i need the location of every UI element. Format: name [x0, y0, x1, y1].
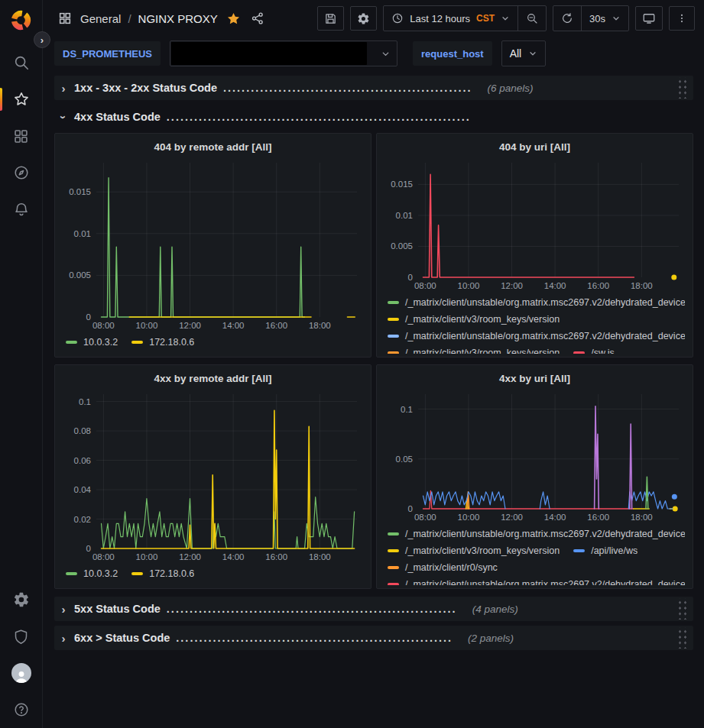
page-title: NGINX PROXY — [138, 12, 218, 25]
legend-item[interactable]: /api/live/ws — [573, 542, 637, 559]
legend-item[interactable]: 172.18.0.6 — [131, 334, 194, 351]
chevron-right-icon: › — [59, 632, 68, 645]
legend-swatch — [388, 335, 399, 338]
avatar — [11, 663, 31, 683]
svg-text:0.015: 0.015 — [391, 180, 413, 189]
row-5xx[interactable]: › 5xx Status Code ......................… — [54, 597, 693, 621]
top-nav: General / NGINX PROXY — [43, 0, 704, 37]
user-avatar[interactable] — [8, 659, 35, 687]
legend-label: 10.0.3.2 — [83, 568, 118, 579]
panel-title[interactable]: 4xx by uri [All] — [499, 373, 570, 384]
legend-item[interactable]: /_matrix/client/unstable/org.matrix.msc2… — [388, 526, 685, 542]
panel: 404 by remote addr [All]00.0050.010.0150… — [54, 133, 371, 358]
legend-label: /_matrix/client/unstable/org.matrix.msc2… — [405, 331, 685, 341]
panel-title[interactable]: 4xx by remote addr [All] — [154, 373, 272, 384]
chart[interactable]: 00.0050.010.01508:0010:0012:0014:0016:00… — [63, 157, 363, 332]
svg-text:0.01: 0.01 — [74, 229, 91, 238]
refresh-interval-picker[interactable]: 30s — [581, 6, 628, 31]
row-4xx[interactable]: › 4xx Status Code ......................… — [54, 105, 693, 129]
row-panel-count: (6 panels) — [488, 83, 534, 94]
share-icon[interactable] — [249, 10, 266, 27]
refresh-button[interactable] — [553, 6, 581, 31]
legend-item[interactable]: 10.0.3.2 — [66, 565, 118, 582]
legend-item[interactable]: /_matrix/client/unstable/org.matrix.msc2… — [388, 328, 685, 345]
sidebar-expand-button[interactable]: › — [34, 31, 50, 48]
search-icon[interactable] — [8, 49, 35, 76]
legend-item[interactable]: /_matrix/client/unstable/org.matrix.msc2… — [388, 294, 685, 311]
dashboard-settings-button[interactable] — [350, 6, 377, 31]
svg-text:0.01: 0.01 — [396, 211, 413, 220]
panel-legend: 10.0.3.2172.18.0.6 — [63, 332, 363, 351]
legend-item[interactable]: 172.18.0.6 — [131, 565, 194, 582]
variable-select-request-host[interactable]: All — [501, 40, 547, 66]
legend-swatch — [131, 341, 143, 344]
legend-item[interactable]: /sw.js — [573, 345, 615, 354]
row-1xx-2xx-3xx[interactable]: › 1xx - 3xx - 2xx Status Code ..........… — [54, 76, 693, 100]
row-drag-handle[interactable] — [676, 77, 687, 99]
legend-item[interactable]: /_matrix/client/v3/room_keys/version — [388, 345, 560, 354]
row-6xx[interactable]: › 6xx > Status Code ....................… — [54, 626, 693, 650]
legend-item[interactable]: /_matrix/client/v3/room_keys/version — [388, 542, 560, 559]
legend-swatch — [573, 549, 585, 552]
legend-swatch — [388, 351, 399, 354]
row-title: 1xx - 3xx - 2xx Status Code — [74, 82, 217, 94]
legend-label: /_matrix/client/unstable/org.matrix.msc2… — [405, 529, 685, 539]
panel-title[interactable]: 404 by remote addr [All] — [154, 141, 272, 153]
variables-bar: DS_PROMETHEUS request_host All — [43, 37, 704, 74]
legend-swatch — [131, 572, 143, 575]
panel-grid: 404 by remote addr [All]00.0050.010.0150… — [54, 133, 693, 589]
legend-label: /_matrix/client/v3/room_keys/version — [405, 314, 560, 325]
panel-header[interactable]: 4xx by uri [All] — [384, 368, 685, 388]
svg-text:0.04: 0.04 — [74, 485, 92, 494]
magnifier-minus-icon — [526, 12, 538, 24]
help-icon[interactable] — [8, 696, 35, 723]
variable-select-ds-prometheus[interactable] — [170, 40, 397, 66]
sidebar-item-alerting[interactable] — [8, 196, 35, 223]
top-nav-actions: Last 12 hours CST 30s — [317, 5, 695, 31]
row-panel-count: (4 panels) — [472, 603, 518, 615]
legend-item[interactable]: /_matrix/client/unstable/org.matrix.msc2… — [388, 576, 685, 585]
panel-title[interactable]: 404 by uri [All] — [499, 141, 570, 153]
svg-text:12:00: 12:00 — [501, 281, 523, 290]
sidebar-item-dashboards[interactable] — [8, 122, 35, 150]
chevron-down-icon — [381, 49, 391, 59]
svg-text:14:00: 14:00 — [544, 513, 566, 522]
dashboard: › 1xx - 3xx - 2xx Status Code ..........… — [43, 74, 704, 728]
sidebar-item-explore[interactable] — [8, 159, 35, 186]
svg-text:10:00: 10:00 — [136, 321, 158, 330]
legend-swatch — [573, 351, 585, 354]
svg-text:18:00: 18:00 — [309, 321, 331, 330]
chart[interactable]: 00.020.040.060.080.108:0010:0012:0014:00… — [63, 388, 363, 564]
time-range-picker[interactable]: Last 12 hours CST — [384, 6, 517, 31]
svg-text:0.05: 0.05 — [396, 455, 413, 464]
panel-header[interactable]: 4xx by remote addr [All] — [63, 368, 363, 388]
chart[interactable]: 00.0050.010.01508:0010:0012:0014:0016:00… — [384, 157, 685, 293]
panel-header[interactable]: 404 by uri [All] — [384, 137, 685, 157]
svg-text:14:00: 14:00 — [544, 281, 566, 290]
save-dashboard-button[interactable] — [317, 6, 344, 31]
svg-text:18:00: 18:00 — [309, 552, 331, 561]
grafana-logo-icon[interactable] — [8, 6, 35, 34]
variable-label-request-host: request_host — [413, 41, 492, 66]
tv-mode-button[interactable] — [635, 6, 663, 31]
breadcrumb-section[interactable]: General — [80, 12, 121, 25]
row-drag-handle[interactable] — [676, 627, 687, 649]
legend-item[interactable]: 10.0.3.2 — [66, 334, 118, 351]
timezone-label: CST — [476, 13, 495, 24]
svg-text:0.02: 0.02 — [74, 515, 91, 524]
row-drag-handle[interactable] — [676, 598, 687, 620]
sidebar-item-configuration[interactable] — [8, 586, 35, 613]
chart[interactable]: 00.050.108:0010:0012:0014:0016:0018:00 — [384, 388, 685, 524]
legend-item[interactable]: /_matrix/client/r0/sync — [388, 559, 498, 576]
svg-text:0: 0 — [408, 273, 413, 282]
legend-label: /_matrix/client/unstable/org.matrix.msc2… — [405, 297, 685, 308]
sidebar-item-server-admin[interactable] — [8, 623, 35, 650]
zoom-out-time-button[interactable] — [517, 6, 546, 31]
svg-text:0.06: 0.06 — [74, 456, 91, 465]
svg-text:12:00: 12:00 — [179, 321, 201, 330]
panel-header[interactable]: 404 by remote addr [All] — [63, 137, 363, 157]
favorite-star-icon[interactable] — [225, 10, 242, 28]
sidebar-item-starred[interactable] — [8, 86, 35, 113]
kebab-menu-button[interactable] — [669, 6, 695, 31]
legend-item[interactable]: /_matrix/client/v3/room_keys/version — [388, 311, 560, 328]
